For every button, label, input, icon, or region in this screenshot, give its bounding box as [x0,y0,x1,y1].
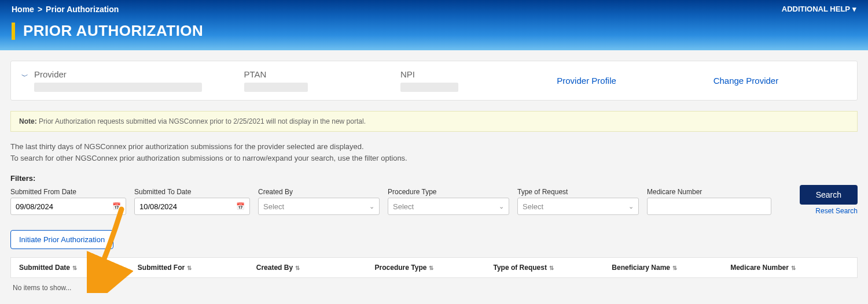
change-provider-link[interactable]: Change Provider [713,76,847,86]
col-beneficiary-name[interactable]: Beneficiary Name ⇅ [612,264,730,272]
search-button[interactable]: Search [800,185,858,205]
filter-procedure-type: Procedure Type Select ⌄ [388,188,509,215]
breadcrumb-separator-icon: > [38,5,42,14]
procedure-type-label: Procedure Type [388,188,509,196]
initiate-prior-authorization-button[interactable]: Initiate Prior Authorization [10,230,113,249]
sort-icon: ⇅ [187,265,192,271]
npi-label: NPI [400,69,534,79]
sort-icon: ⇅ [429,265,433,271]
type-of-request-value: Select [523,202,543,211]
breadcrumb: Home > Prior Authorization [12,5,856,14]
page-title: PRIOR AUTHORIZATION [23,22,203,40]
to-date-input[interactable]: 📅 [134,198,250,215]
npi-column: NPI [400,69,534,92]
sort-icon: ⇅ [791,265,796,271]
type-of-request-label: Type of Request [517,188,639,196]
content-region: ﹀ Provider PTAN NPI Provider Profile Cha… [0,50,868,304]
to-date-field[interactable] [139,202,234,211]
breadcrumb-current: Prior Authorization [46,5,119,14]
caret-down-icon: ▾ [852,5,856,13]
provider-name-column: Provider [34,69,221,92]
created-by-value: Select [263,202,284,211]
col-submitted-date-label: Submitted Date [19,264,70,272]
filter-to-date: Submitted To Date 📅 [134,188,250,215]
col-submitted-for[interactable]: Submitted For ⇅ [138,264,256,272]
from-date-label: Submitted From Date [10,188,126,196]
title-accent-bar [12,23,15,40]
note-banner: Note: Prior Authorization requests submi… [10,111,858,132]
no-items-message: No items to show... [10,278,858,298]
sort-icon: ⇅ [72,265,77,271]
page-title-row: PRIOR AUTHORIZATION [12,22,856,40]
col-beneficiary-name-label: Beneficiary Name [612,264,670,272]
filters-block: Filters: Submitted From Date 📅 Submitted… [10,174,858,215]
additional-help-menu[interactable]: ADDITIONAL HELP ▾ [782,5,856,13]
sort-icon: ⇅ [295,265,300,271]
type-of-request-select[interactable]: Select ⌄ [517,198,639,215]
description-line2: To search for other NGSConnex prior auth… [10,153,858,164]
provider-panel: ﹀ Provider PTAN NPI Provider Profile Cha… [10,61,858,101]
sort-icon: ⇅ [549,265,554,271]
procedure-type-select[interactable]: Select ⌄ [388,198,509,215]
from-date-field[interactable] [16,202,110,211]
filter-medicare-number: Medicare Number [647,188,771,215]
col-medicare-number-label: Medicare Number [730,264,789,272]
procedure-type-value: Select [393,202,414,211]
col-type-of-request[interactable]: Type of Request ⇅ [493,264,612,272]
description-line1: The last thirty days of NGSConnex prior … [10,141,858,153]
ptan-column: PTAN [244,69,377,92]
col-procedure-type-label: Procedure Type [375,264,427,272]
description-text: The last thirty days of NGSConnex prior … [10,141,858,164]
chevron-down-icon: ⌄ [369,203,374,210]
table-header-row: Submitted Date ⇅ Submitted For ⇅ Created… [10,257,858,278]
breadcrumb-home[interactable]: Home [12,5,34,14]
provider-profile-link[interactable]: Provider Profile [557,76,690,86]
col-created-by-label: Created By [256,264,293,272]
provider-label: Provider [34,69,221,79]
created-by-select[interactable]: Select ⌄ [258,198,380,215]
results-table: Submitted Date ⇅ Submitted For ⇅ Created… [10,257,858,298]
filters-heading: Filters: [10,174,858,183]
reset-search-link[interactable]: Reset Search [815,207,858,215]
col-submitted-for-label: Submitted For [138,264,185,272]
created-by-label: Created By [258,188,380,196]
filter-type-of-request: Type of Request Select ⌄ [517,188,639,215]
chevron-down-icon: ⌄ [628,203,634,210]
ptan-label: PTAN [244,69,377,79]
additional-help-label: ADDITIONAL HELP [782,5,850,13]
col-medicare-number[interactable]: Medicare Number ⇅ [730,264,849,272]
note-text: Prior Authorization requests submitted v… [37,117,366,125]
medicare-number-input[interactable] [647,198,771,215]
provider-name-value [34,83,202,92]
from-date-input[interactable]: 📅 [10,198,126,215]
filter-from-date: Submitted From Date 📅 [10,188,126,215]
filter-created-by: Created By Select ⌄ [258,188,380,215]
col-submitted-date[interactable]: Submitted Date ⇅ [19,264,138,272]
calendar-icon[interactable]: 📅 [112,202,121,210]
to-date-label: Submitted To Date [134,188,250,196]
medicare-number-label: Medicare Number [647,188,771,196]
chevron-down-icon: ⌄ [499,203,504,210]
chevron-down-icon[interactable]: ﹀ [21,72,28,81]
npi-value [400,83,458,92]
note-prefix: Note: [19,117,37,125]
col-type-of-request-label: Type of Request [493,264,546,272]
calendar-icon[interactable]: 📅 [236,202,245,210]
ptan-value [244,83,308,92]
header-region: Home > Prior Authorization ADDITIONAL HE… [0,0,868,50]
sort-icon: ⇅ [672,265,677,271]
col-procedure-type[interactable]: Procedure Type ⇅ [375,264,494,272]
col-created-by[interactable]: Created By ⇅ [256,264,375,272]
medicare-number-field[interactable] [652,202,766,211]
